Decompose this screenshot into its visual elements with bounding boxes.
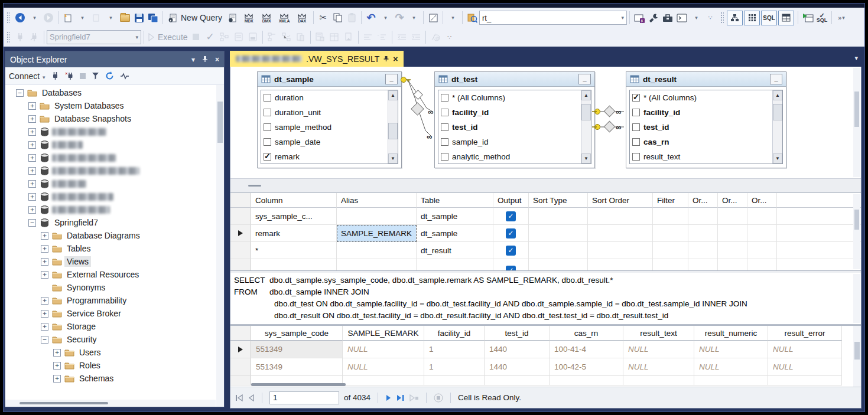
increase-indent-icon[interactable] bbox=[409, 30, 423, 45]
toolbar-overflow-chevron[interactable]: »▾ bbox=[834, 10, 849, 25]
tree-item[interactable]: + bbox=[5, 164, 216, 177]
sql-line[interactable]: dbo.dt_test ON dbo.dt_sample.facility_id… bbox=[234, 298, 861, 310]
toolbar-grip[interactable] bbox=[6, 31, 10, 43]
expand-expander-icon[interactable]: + bbox=[28, 154, 36, 162]
tree-item[interactable]: + bbox=[5, 177, 216, 190]
criteria-empty-cell[interactable] bbox=[688, 208, 718, 225]
object-explorer-titlebar[interactable]: Object Explorer ▾ × bbox=[5, 51, 224, 67]
filter-icon[interactable] bbox=[92, 72, 99, 80]
sql-pane[interactable]: SELECTdbo.dt_sample.sys_sample_code, dbo… bbox=[230, 273, 861, 325]
tab-pin-icon[interactable] bbox=[383, 55, 389, 62]
criteria-empty-cell[interactable] bbox=[688, 242, 718, 259]
scroll-thumb[interactable] bbox=[581, 104, 591, 120]
tree-item-security[interactable]: −Security bbox=[5, 333, 216, 346]
expand-expander-icon[interactable]: + bbox=[53, 362, 61, 370]
new-project-button[interactable] bbox=[61, 10, 75, 25]
parse-query-icon[interactable]: ✓ bbox=[203, 30, 217, 45]
specify-values-icon[interactable]: @ bbox=[428, 30, 443, 45]
field-row-test_id[interactable]: test_id bbox=[630, 120, 772, 135]
table-window-dt_result[interactable]: dt_result_* (All Columns)facility_idtest… bbox=[626, 71, 786, 168]
results-cell[interactable]: 1440 bbox=[485, 358, 550, 376]
toolbar-grip[interactable] bbox=[6, 12, 10, 24]
tree-item-service-broker[interactable]: +Service Broker bbox=[5, 307, 216, 320]
criteria-empty-cell[interactable] bbox=[251, 259, 337, 271]
field-checkbox[interactable] bbox=[264, 123, 271, 131]
xmla-query-button[interactable]: XMLA bbox=[275, 10, 293, 25]
tree-item-roles[interactable]: +Roles bbox=[5, 359, 216, 372]
expand-expander-icon[interactable]: + bbox=[28, 128, 36, 136]
output-checkbox-checked[interactable]: ✓ bbox=[506, 228, 516, 238]
show-results-pane-button[interactable] bbox=[778, 11, 794, 25]
criteria-empty-cell[interactable] bbox=[653, 208, 688, 225]
table-window-header[interactable]: dt_result_ bbox=[626, 72, 786, 87]
field-checkbox[interactable] bbox=[264, 138, 271, 146]
execute-button[interactable]: Execute bbox=[147, 30, 189, 45]
show-sql-pane-button[interactable]: SQL bbox=[761, 11, 777, 25]
navigate-back-button[interactable] bbox=[13, 10, 27, 25]
results-column-header[interactable]: SAMPLE_REMARK bbox=[343, 326, 424, 341]
table-window-header[interactable]: dt_sample_ bbox=[258, 72, 401, 87]
undo-dropdown[interactable]: ▾ bbox=[378, 10, 392, 25]
results-column-header[interactable]: sys_sample_code bbox=[251, 326, 343, 341]
criteria-column-header[interactable]: Output bbox=[493, 193, 529, 208]
collapse-expander-icon[interactable]: − bbox=[16, 89, 24, 97]
scroll-track[interactable] bbox=[773, 100, 782, 153]
field-row-sample_id[interactable]: sample_id bbox=[438, 135, 581, 149]
results-cell[interactable]: NULL bbox=[623, 341, 694, 358]
diagram-vscrollbar[interactable] bbox=[853, 68, 860, 177]
activity-monitor-icon[interactable] bbox=[120, 73, 129, 80]
output-checkbox-checked[interactable]: ✓ bbox=[506, 246, 516, 256]
database-engine-query-button[interactable] bbox=[226, 10, 240, 25]
vs-object-icon[interactable]: K bbox=[632, 10, 646, 25]
results-to-grid-icon[interactable] bbox=[327, 30, 342, 45]
results-hscrollbar[interactable] bbox=[251, 383, 346, 386]
expand-expander-icon[interactable]: + bbox=[28, 115, 36, 123]
criteria-row-header[interactable] bbox=[230, 225, 251, 242]
tree-item-external-resources[interactable]: +External Resources bbox=[5, 268, 216, 281]
criteria-empty-cell[interactable] bbox=[653, 242, 688, 259]
first-record-button[interactable] bbox=[235, 394, 243, 401]
previous-record-button[interactable] bbox=[248, 394, 255, 401]
tree-item-schemas[interactable]: +Schemas bbox=[5, 372, 216, 385]
tab-close-icon[interactable]: × bbox=[393, 54, 398, 64]
results-cell[interactable]: NULL bbox=[343, 358, 424, 376]
field-list-scrollbar[interactable]: ▲▼ bbox=[581, 90, 591, 164]
results-column-header[interactable]: result_error bbox=[768, 326, 842, 341]
field-checkbox[interactable] bbox=[632, 153, 640, 161]
redo-dropdown[interactable]: ▾ bbox=[407, 10, 421, 25]
field-row-result_text[interactable]: result_text bbox=[630, 149, 772, 164]
criteria-empty-cell[interactable] bbox=[417, 259, 493, 271]
save-all-button[interactable] bbox=[146, 10, 160, 25]
criteria-empty-cell[interactable] bbox=[747, 208, 777, 225]
output-cell[interactable]: ✓ bbox=[493, 208, 529, 225]
save-button[interactable] bbox=[132, 10, 146, 25]
criteria-column-header[interactable]: Or... bbox=[718, 193, 747, 208]
criteria-empty-cell[interactable] bbox=[588, 208, 653, 225]
tree-item[interactable]: + bbox=[5, 203, 216, 216]
minimize-button[interactable]: _ bbox=[385, 74, 398, 84]
column-cell[interactable]: * bbox=[251, 242, 337, 259]
results-cell[interactable]: 100-41-4 bbox=[550, 341, 623, 358]
field-row-duration_unit[interactable]: duration_unit bbox=[261, 105, 388, 120]
field-list-scrollbar[interactable]: ▲▼ bbox=[388, 90, 398, 164]
tree-item-views[interactable]: +Views bbox=[5, 255, 216, 268]
field-checkbox[interactable] bbox=[264, 109, 271, 116]
cut-icon[interactable]: ✂ bbox=[316, 10, 330, 25]
connect-query-icon[interactable] bbox=[13, 30, 27, 45]
scroll-track[interactable] bbox=[388, 100, 398, 153]
field-checkbox[interactable] bbox=[632, 123, 640, 131]
criteria-empty-cell[interactable] bbox=[718, 208, 747, 225]
expand-expander-icon[interactable]: + bbox=[53, 375, 61, 383]
field-row-remark[interactable]: remark bbox=[261, 149, 388, 164]
tree-item-users[interactable]: +Users bbox=[5, 346, 216, 359]
new-record-button[interactable] bbox=[409, 394, 419, 401]
field-row-duration[interactable]: duration bbox=[261, 90, 388, 105]
change-connection-icon[interactable] bbox=[27, 30, 41, 45]
results-column-header[interactable]: facility_id bbox=[424, 326, 485, 341]
criteria-empty-cell[interactable] bbox=[747, 225, 777, 242]
criteria-column-header[interactable]: Or... bbox=[747, 193, 777, 208]
decrease-indent-icon[interactable] bbox=[395, 30, 409, 45]
results-cell[interactable]: NULL bbox=[623, 358, 694, 376]
criteria-column-header[interactable]: Alias bbox=[337, 193, 417, 208]
results-empty-cell[interactable] bbox=[623, 376, 694, 385]
